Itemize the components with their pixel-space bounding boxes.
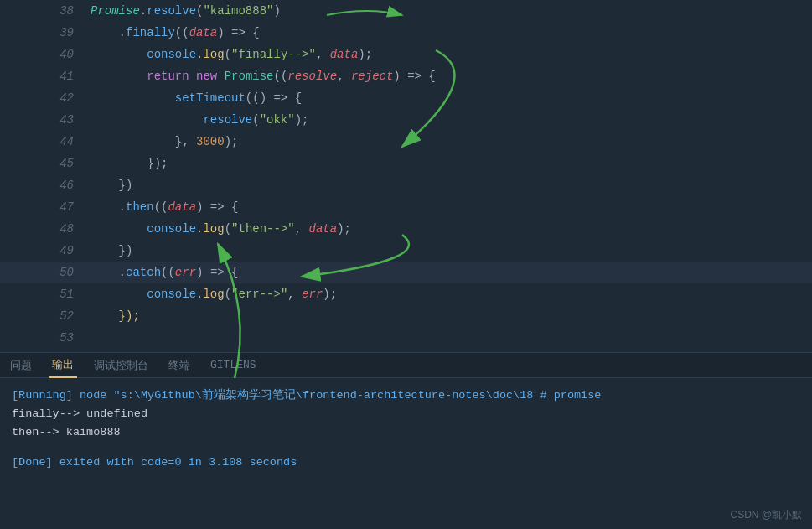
line-code: resolve("okk"); (87, 109, 812, 131)
table-row: 50 .catch((err) => { (0, 262, 812, 283)
watermark: CSDN @凯小默 (730, 508, 802, 522)
line-number: 39 (0, 22, 87, 44)
line-number: 45 (0, 153, 87, 174)
code-table: 38 Promise.resolve("kaimo888") 39 .final… (0, 0, 812, 349)
terminal-panel: 问题 输出 调试控制台 终端 GITLENS [Running] node "s… (0, 352, 812, 529)
table-row: 39 .finally((data) => { (0, 22, 812, 44)
line-code: console.log("finally-->", data); (87, 44, 812, 65)
line-code: }, 3000); (87, 131, 812, 153)
table-row: 51 console.log("err-->", err); (0, 283, 812, 305)
table-row: 47 .then((data) => { (0, 196, 812, 218)
table-row: 43 resolve("okk"); (0, 109, 812, 131)
done-line: [Done] exited with code=0 in 3.108 secon… (12, 454, 800, 472)
line-number: 53 (0, 327, 87, 349)
table-row: 41 return new Promise((resolve, reject) … (0, 65, 812, 87)
table-row: 42 setTimeout(() => { (0, 87, 812, 109)
code-editor: 38 Promise.resolve("kaimo888") 39 .final… (0, 0, 812, 352)
line-code: }); (87, 305, 812, 327)
line-number: 43 (0, 109, 87, 131)
output-line2: then--> kaimo888 (12, 423, 800, 442)
line-number: 41 (0, 65, 87, 87)
table-row: 53 (0, 327, 812, 349)
line-number: 50 (0, 262, 87, 283)
line-number: 49 (0, 240, 87, 262)
running-line: [Running] node "s:\MyGithub\前端架构学习笔记\fro… (12, 386, 800, 405)
output-line1: finally--> undefined (12, 405, 800, 423)
line-code: Promise.resolve("kaimo888") (87, 0, 812, 22)
tab-terminal[interactable]: 终端 (165, 353, 194, 378)
table-row: 48 console.log("then-->", data); (0, 218, 812, 240)
line-code: console.log("then-->", data); (87, 218, 812, 240)
line-number: 40 (0, 44, 87, 65)
line-number: 38 (0, 0, 87, 22)
line-code: console.log("err-->", err); (87, 283, 812, 305)
terminal-content: [Running] node "s:\MyGithub\前端架构学习笔记\fro… (0, 378, 812, 480)
table-row: 52 }); (0, 305, 812, 327)
table-row: 46 }) (0, 174, 812, 196)
line-code: return new Promise((resolve, reject) => … (87, 65, 812, 87)
line-code: }) (87, 174, 812, 196)
line-number: 51 (0, 283, 87, 305)
table-row: 38 Promise.resolve("kaimo888") (0, 0, 812, 22)
line-code: }); (87, 153, 812, 174)
line-number: 52 (0, 305, 87, 327)
line-code: .then((data) => { (87, 196, 812, 218)
line-code: setTimeout(() => { (87, 87, 812, 109)
tab-gitlens[interactable]: GITLENS (207, 353, 260, 378)
table-row: 49 }) (0, 240, 812, 262)
line-number: 47 (0, 196, 87, 218)
tab-problems[interactable]: 问题 (7, 353, 35, 378)
table-row: 44 }, 3000); (0, 131, 812, 153)
line-number: 46 (0, 174, 87, 196)
line-code: .catch((err) => { (87, 262, 812, 283)
terminal-tabs: 问题 输出 调试控制台 终端 GITLENS (0, 353, 812, 378)
line-code: .finally((data) => { (87, 22, 812, 44)
tab-debug-console[interactable]: 调试控制台 (91, 353, 152, 378)
line-code (87, 327, 812, 349)
line-code: }) (87, 240, 812, 262)
line-number: 42 (0, 87, 87, 109)
table-row: 40 console.log("finally-->", data); (0, 44, 812, 65)
line-number: 48 (0, 218, 87, 240)
tab-output[interactable]: 输出 (49, 353, 77, 378)
table-row: 45 }); (0, 153, 812, 174)
line-number: 44 (0, 131, 87, 153)
